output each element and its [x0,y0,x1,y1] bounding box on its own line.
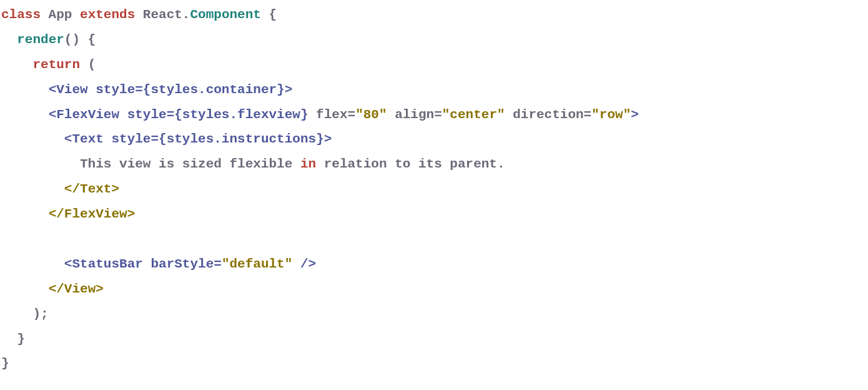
jsx-text-open: <Text style={styles.instructions}> [64,132,332,146]
code-line: render() { [1,32,96,47]
code-line: </View> [1,282,104,296]
indent [1,182,64,196]
jsx-text-close: </Text> [64,182,119,196]
code-line: } [1,356,9,371]
jsx-view-close: </View> [49,282,104,296]
code-line: </FlexView> [1,207,135,221]
text-content-a: This view is sized flexible [1,157,300,171]
indent [1,108,49,122]
attr-align: align= [387,108,442,122]
code-block: class App extends React.Component { rend… [0,0,868,379]
indent [1,82,49,97]
jsx-view-open: <View style={styles.container}> [49,82,293,97]
jsx-statusbar: <StatusBar barStyle= [64,257,222,271]
kw-in: in [300,157,316,171]
code-line: ); [1,307,49,321]
indent [1,58,32,72]
code-line: return ( [1,58,96,72]
method-render: render [17,32,64,47]
code-line: <StatusBar barStyle="default" /> [1,257,316,271]
code-line: class App extends React.Component { [1,8,277,22]
attr-flex: flex= [308,108,356,122]
close-brace: } [1,332,25,346]
val-center: "center" [442,108,505,122]
code-line: <FlexView style={styles.flexview} flex="… [1,108,639,122]
paren-brace: () { [64,32,96,47]
kw-extends: extends [80,8,135,22]
attr-direction: direction= [505,108,592,122]
class-name: App [41,8,80,22]
indent [1,132,64,146]
indent [1,207,49,221]
text-content-b: relation to its parent. [316,157,505,171]
code-line: This view is sized flexible in relation … [1,157,505,171]
code-line: <Text style={styles.instructions}> [1,132,332,146]
close-paren-semi: ); [1,307,49,321]
close-brace: } [1,356,9,371]
kw-return: return [32,58,80,72]
jsx-close-bracket: > [631,108,639,122]
code-line: <View style={styles.container}> [1,82,292,97]
react-ns: React. [135,8,190,22]
kw-class: class [1,8,41,22]
val-default: "default" [222,257,292,271]
component-ident: Component [190,8,260,22]
val-80: "80" [355,108,387,122]
indent [1,32,17,47]
jsx-flexview-open: <FlexView style={styles.flexview} [49,108,308,122]
indent [1,282,49,296]
indent [1,257,64,271]
paren: ( [80,58,96,72]
val-row: "row" [591,108,631,122]
code-line: </Text> [1,182,119,196]
code-line: } [1,332,25,346]
jsx-selfclose: /> [292,257,316,271]
jsx-flexview-close: </FlexView> [49,207,136,221]
brace: { [261,8,277,22]
